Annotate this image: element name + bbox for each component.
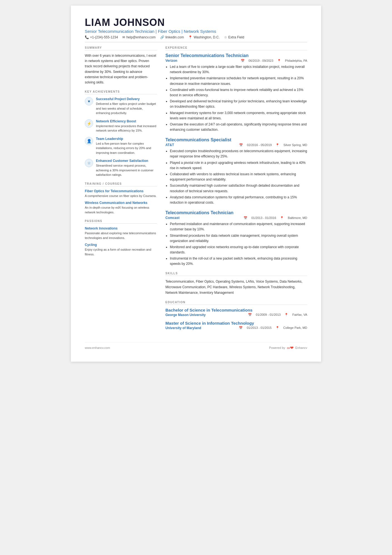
exp-bullet: Performed installation and maintenance o… <box>170 221 307 232</box>
candidate-title: Senior Telecommunication Technician | Fi… <box>85 29 307 34</box>
resume-page: LIAM JOHNSON Senior Telecommunication Te… <box>71 6 321 362</box>
body-columns: SUMMARY With over 6 years in telecommuni… <box>85 46 307 334</box>
training-label: TRAINING / COURSES <box>85 182 157 186</box>
exp-bullet: Collaborated with vendors to address tec… <box>170 172 307 182</box>
exp-company: AT&T <box>165 143 174 147</box>
achievement-item: 👤 Team Leadership Led a five-person team… <box>85 137 157 155</box>
achievement-desc: Streamlined service request process, ach… <box>96 163 157 177</box>
achievement-item: ☆ Enhanced Customer Satisfaction Streaml… <box>85 159 157 177</box>
location-contact: 📍 Washington, D.C. <box>188 35 220 39</box>
skills-label: SKILLS <box>165 272 307 276</box>
exp-bullets: Performed installation and maintenance o… <box>165 221 307 267</box>
calendar-icon: 📅 <box>248 313 252 317</box>
exp-location: Silver Spring, MD <box>283 143 307 147</box>
exp-bullet: Played a pivotal role in a project upgra… <box>170 160 307 171</box>
education-item: Bachelor of Science in Telecommunication… <box>165 308 307 317</box>
achievement-desc: Led a five-person team for complex insta… <box>96 141 157 155</box>
edu-dates-location: 📅 01/2009 - 01/2013 📍 Fairfax, VA <box>248 313 307 317</box>
edu-dates: 01/2013 - 01/2015 <box>247 326 271 330</box>
right-column: EXPERIENCE Senior Telecommunications Tec… <box>165 46 307 334</box>
exp-bullet: Implemented preventive maintenance sched… <box>170 76 307 86</box>
achievement-content: Successful Project Delivery Delivered a … <box>96 97 157 115</box>
achievement-content: Team Leadership Led a five-person team f… <box>96 137 157 155</box>
exp-bullet: Monitored and upgraded voice networks en… <box>170 245 307 255</box>
achievement-title: Network Efficiency Boost <box>96 119 157 123</box>
exp-bullet: Analyzed data communication systems for … <box>170 195 307 205</box>
achievement-desc: Delivered a fiber optics project under b… <box>96 102 157 115</box>
email-icon: ✉ <box>122 35 125 39</box>
edu-degree: Bachelor of Science in Telecommunication… <box>165 308 307 312</box>
achievement-item: ♥ Successful Project Delivery Delivered … <box>85 97 157 115</box>
summary-label: SUMMARY <box>85 46 157 50</box>
passion-desc: Passionate about exploring new telecommu… <box>85 231 157 240</box>
achievement-icon-star: ☆ <box>85 159 93 167</box>
exp-bullet: Coordinated with cross-functional teams … <box>170 87 307 98</box>
exp-meta: Comcast 📅 01/2013 - 01/2016 📍 Baltimore,… <box>165 216 307 220</box>
edu-dates-location: 📅 01/2013 - 01/2015 📍 College Park, MD <box>239 326 307 330</box>
exp-bullet: Streamlined procedures for data network … <box>170 233 307 244</box>
location-icon: 📍 <box>188 35 192 39</box>
exp-job-title: Senior Telecommunications Technician <box>165 53 307 58</box>
training-desc: A comprehensive course on fiber optics b… <box>85 194 157 198</box>
exp-company: Verizon <box>165 59 177 63</box>
exp-dates-location: 📅 01/2013 - 01/2016 📍 Baltimore, MD <box>244 216 307 220</box>
left-column: SUMMARY With over 6 years in telecommuni… <box>85 46 157 334</box>
enhancv-logo-icon: ∞❤ <box>287 345 294 351</box>
passion-desc: Enjoy cycling as a form of outdoor recre… <box>85 247 157 256</box>
experience-item: Telecommunications Technician Comcast 📅 … <box>165 210 307 267</box>
exp-bullets: Executed complex troubleshooting procedu… <box>165 149 307 205</box>
edu-dates: 01/2009 - 01/2013 <box>256 313 281 317</box>
header: LIAM JOHNSON Senior Telecommunication Te… <box>85 17 307 42</box>
achievement-desc: Implemented new procedures that increase… <box>96 124 157 133</box>
brand-name: Enhancv <box>295 346 307 349</box>
location-icon: 📍 <box>284 313 288 317</box>
exp-bullet: Developed and delivered technical traini… <box>170 99 307 109</box>
powered-by-text: Powered by <box>269 346 285 349</box>
linkedin-icon: 🔗 <box>160 35 164 39</box>
training-item: Wireless Communication and Networks An i… <box>85 201 157 214</box>
achievement-content: Enhanced Customer Satisfaction Streamlin… <box>96 159 157 177</box>
achievement-icon-bolt: ⚡ <box>85 119 93 128</box>
exp-meta: AT&T 📅 02/2016 - 05/2019 📍 Silver Spring… <box>165 143 307 147</box>
candidate-name: LIAM JOHNSON <box>85 17 307 28</box>
skills-text: Telecommunication, Fiber Optics, Operati… <box>165 279 307 296</box>
edu-school: George Mason University <box>165 313 206 317</box>
exp-bullet: Managed inventory systems for over 3,000… <box>170 110 307 121</box>
passion-title: Cycling <box>85 243 157 247</box>
exp-bullet: Instrumental in the roll-out of a new pa… <box>170 256 307 267</box>
exp-bullet: Successfully maintained high customer sa… <box>170 183 307 194</box>
exp-bullet: Led a team of five to complete a large-s… <box>170 64 307 75</box>
passion-item: Cycling Enjoy cycling as a form of outdo… <box>85 243 157 256</box>
exp-job-title: Telecommunications Technician <box>165 210 307 215</box>
edu-meta: George Mason University 📅 01/2009 - 01/2… <box>165 313 307 317</box>
exp-bullet: Executed complex troubleshooting procedu… <box>170 149 307 159</box>
footer-brand: Powered by ∞❤ Enhancv <box>269 345 307 351</box>
edu-location: College Park, MD <box>283 326 307 330</box>
calendar-icon: 📅 <box>244 216 247 220</box>
phone-contact: 📞 +1-(234)-555-1234 <box>85 35 118 39</box>
edu-degree: Master of Science in Information Technol… <box>165 321 307 325</box>
exp-location: Baltimore, MD <box>288 216 307 219</box>
location-icon: 📍 <box>276 326 279 330</box>
exp-dates: 06/2019 - 09/2023 <box>249 59 273 62</box>
email-contact: ✉ help@enhancv.com <box>122 35 155 39</box>
achievement-content: Network Efficiency Boost Implemented new… <box>96 119 157 133</box>
exp-company: Comcast <box>165 216 180 220</box>
passions-list: Network Innovations Passionate about exp… <box>85 226 157 256</box>
footer: www.enhancv.com Powered by ∞❤ Enhancv <box>85 342 307 351</box>
experience-item: Telecommunications Specialist AT&T 📅 02/… <box>165 137 307 205</box>
calendar-icon: 📅 <box>239 326 243 330</box>
location-icon: 📍 <box>276 143 279 147</box>
location-icon: 📍 <box>280 216 284 220</box>
achievement-title: Team Leadership <box>96 137 157 141</box>
edu-school: University of Maryland <box>165 326 201 330</box>
passion-item: Network Innovations Passionate about exp… <box>85 226 157 240</box>
phone-icon: 📞 <box>85 35 89 39</box>
linkedin-contact: 🔗 linkedin.com <box>160 35 184 39</box>
edu-meta: University of Maryland 📅 01/2013 - 01/20… <box>165 326 307 330</box>
exp-bullets: Led a team of five to complete a large-s… <box>165 64 307 132</box>
training-list: Fiber Optics for Telecommunications A co… <box>85 189 157 215</box>
achievement-icon-person: 👤 <box>85 137 93 145</box>
education-item: Master of Science in Information Technol… <box>165 321 307 330</box>
experience-label: EXPERIENCE <box>165 46 307 50</box>
